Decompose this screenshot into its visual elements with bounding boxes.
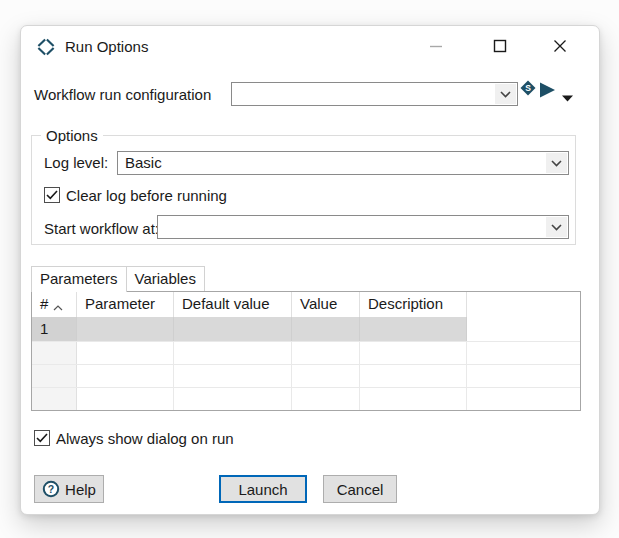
- start-at-value: [158, 216, 545, 238]
- start-at-combobox[interactable]: [157, 215, 569, 239]
- row-number-cell[interactable]: [32, 342, 77, 364]
- cell-parameter[interactable]: [77, 342, 174, 364]
- log-level-value: Basic: [118, 152, 545, 174]
- table-row-selected[interactable]: 1: [32, 317, 580, 341]
- window-title: Run Options: [65, 38, 148, 55]
- start-at-dropdown-button[interactable]: [546, 217, 567, 237]
- column-header-description[interactable]: Description: [360, 292, 467, 317]
- cell-parameter[interactable]: [77, 365, 174, 387]
- help-button-label: Help: [65, 481, 96, 498]
- clear-log-label: Clear log before running: [66, 186, 227, 206]
- column-header-value[interactable]: Value: [292, 292, 360, 317]
- parameters-table: # Parameter Default value Value Descript…: [31, 291, 581, 411]
- tab-variables[interactable]: Variables: [127, 266, 205, 291]
- run-options-dialog: Run Options Workflow run configuration S…: [20, 25, 600, 515]
- cell-empty: [467, 342, 580, 364]
- table-row[interactable]: [32, 341, 580, 364]
- launch-button-label: Launch: [238, 481, 287, 498]
- log-level-dropdown-button[interactable]: [546, 153, 567, 173]
- svg-text:?: ?: [48, 483, 54, 495]
- run-play-icon[interactable]: [538, 81, 557, 99]
- log-level-label: Log level:: [44, 153, 108, 173]
- always-show-checkbox[interactable]: [34, 430, 50, 446]
- cell-parameter[interactable]: [77, 317, 174, 341]
- cell-value[interactable]: [292, 365, 360, 387]
- help-icon: ?: [42, 480, 60, 498]
- table-row[interactable]: [32, 364, 580, 387]
- cell-description[interactable]: [360, 317, 467, 341]
- parameters-variables-tabstrip: Parameters Variables: [31, 267, 581, 292]
- run-config-combobox[interactable]: [231, 82, 518, 106]
- cell-empty: [467, 317, 580, 341]
- options-group-title: Options: [41, 126, 103, 146]
- cell-value[interactable]: [292, 342, 360, 364]
- run-config-diamond-icon[interactable]: S: [520, 80, 536, 96]
- run-menu-caret-down-icon[interactable]: [562, 88, 573, 95]
- clear-log-checkbox[interactable]: [44, 187, 60, 203]
- run-config-label: Workflow run configuration: [34, 85, 211, 105]
- app-diamond-icon: [36, 37, 56, 57]
- run-config-value: [232, 83, 494, 105]
- log-level-combobox[interactable]: Basic: [117, 151, 569, 175]
- minimize-button[interactable]: [425, 35, 447, 57]
- maximize-button[interactable]: [489, 35, 511, 57]
- cell-default-value[interactable]: [174, 365, 292, 387]
- table-row[interactable]: [32, 387, 580, 410]
- cell-default-value[interactable]: [174, 342, 292, 364]
- cancel-button[interactable]: Cancel: [323, 475, 397, 503]
- sort-asc-icon: [53, 294, 63, 317]
- table-header-row: # Parameter Default value Value Descript…: [32, 292, 580, 317]
- svg-text:S: S: [525, 83, 531, 93]
- cell-parameter[interactable]: [77, 388, 174, 410]
- cell-default-value[interactable]: [174, 317, 292, 341]
- cell-empty: [467, 365, 580, 387]
- close-button[interactable]: [549, 35, 571, 57]
- row-number-cell[interactable]: [32, 365, 77, 387]
- column-header-parameter[interactable]: Parameter: [77, 292, 174, 317]
- options-groupbox: Options Log level: Basic Clear log befor…: [31, 135, 576, 245]
- cancel-button-label: Cancel: [337, 481, 384, 498]
- cell-value[interactable]: [292, 388, 360, 410]
- cell-value[interactable]: [292, 317, 360, 341]
- row-number-cell[interactable]: [32, 388, 77, 410]
- cell-description[interactable]: [360, 388, 467, 410]
- help-button[interactable]: ? Help: [34, 475, 104, 503]
- launch-button[interactable]: Launch: [219, 475, 307, 503]
- run-config-dropdown-button[interactable]: [495, 84, 516, 104]
- column-header-number[interactable]: #: [32, 292, 77, 317]
- title-bar[interactable]: Run Options: [21, 26, 599, 70]
- cell-description[interactable]: [360, 365, 467, 387]
- column-header-default-value[interactable]: Default value: [174, 292, 292, 317]
- row-number-cell[interactable]: 1: [32, 317, 77, 341]
- tab-parameters[interactable]: Parameters: [31, 266, 127, 292]
- cell-empty: [467, 388, 580, 410]
- start-at-label: Start workflow at:: [44, 219, 159, 239]
- column-header-empty: [467, 292, 580, 317]
- cell-description[interactable]: [360, 342, 467, 364]
- clear-log-checkbox-row: Clear log before running: [44, 187, 227, 206]
- cell-default-value[interactable]: [174, 388, 292, 410]
- always-show-checkbox-row: Always show dialog on run: [34, 430, 234, 449]
- always-show-label: Always show dialog on run: [56, 429, 234, 449]
